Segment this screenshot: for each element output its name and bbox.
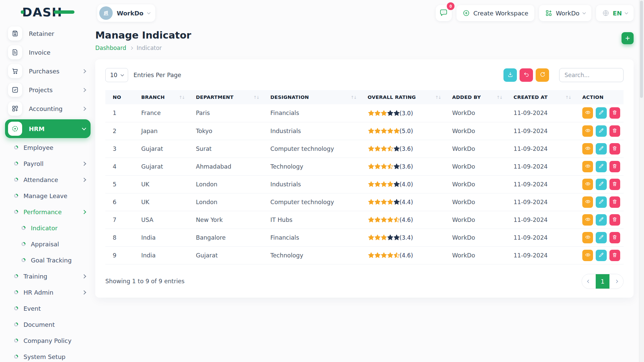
delete-button[interactable] (609, 232, 620, 243)
sidebar-item-projects[interactable]: Projects (5, 80, 91, 99)
cell-no: 5 (105, 175, 134, 193)
chevron-right-icon (82, 210, 86, 214)
delete-button[interactable] (609, 214, 620, 226)
cell-no: 6 (105, 193, 134, 211)
col-header-designation: DESIGNATION↑↓ (263, 90, 360, 104)
pencil-icon (598, 163, 604, 170)
view-button[interactable] (582, 179, 593, 190)
edit-button[interactable] (596, 179, 606, 190)
sidebar-item-company-policy[interactable]: Company Policy (0, 333, 91, 349)
language-menu-button[interactable]: EN (596, 5, 634, 21)
reset-button[interactable] (520, 68, 533, 82)
view-button[interactable] (582, 196, 593, 208)
sidebar-item-manage-leave[interactable]: Manage Leave (0, 188, 91, 204)
topbar-actions: 0 Create Workspace (436, 5, 634, 21)
sidebar-item-hr-admin[interactable]: HR Admin (0, 284, 91, 300)
star-half-icon (393, 216, 400, 223)
cell-department: Surat (189, 140, 263, 158)
sidebar-item-goal-tracking[interactable]: Goal Tracking (0, 252, 91, 268)
view-button[interactable] (582, 214, 593, 226)
brand-logo[interactable]: DASH (0, 0, 95, 24)
rating-value: (3.0) (399, 110, 413, 117)
invoice-icon (8, 45, 22, 59)
delete-button[interactable] (609, 143, 620, 155)
sidebar-item-appraisal[interactable]: Appraisal (0, 236, 91, 252)
sidebar-item-retainer[interactable]: Retainer (5, 24, 91, 43)
refresh-button[interactable] (536, 68, 549, 82)
sidebar-item-attendance[interactable]: Attendance (0, 172, 91, 188)
delete-button[interactable] (609, 196, 620, 208)
view-button[interactable] (582, 125, 593, 137)
view-button[interactable] (582, 232, 593, 243)
sort-icon[interactable]: ↑↓ (179, 95, 184, 100)
star-full-icon (393, 127, 400, 134)
sidebar-item-indicator[interactable]: Indicator (0, 220, 91, 236)
edit-button[interactable] (596, 143, 606, 155)
sidebar-item-performance[interactable]: Performance (0, 204, 91, 220)
edit-button[interactable] (596, 161, 606, 172)
pencil-icon (598, 145, 604, 152)
sort-icon[interactable]: ↑↓ (435, 95, 441, 100)
star-full-icon (387, 252, 394, 259)
entries-per-page-select[interactable]: 10 (105, 68, 128, 82)
edit-button[interactable] (596, 107, 606, 119)
sidebar-item-purchases[interactable]: Purchases (5, 62, 91, 80)
cell-branch: USA (134, 211, 189, 229)
view-button[interactable] (582, 107, 593, 119)
rating-value: (4.6) (399, 252, 413, 259)
edit-button[interactable] (596, 196, 606, 208)
cell-overall-rating: (3.4) (360, 229, 445, 246)
sidebar-item-invoice[interactable]: Invoice (5, 43, 91, 62)
add-indicator-button[interactable]: + (622, 32, 634, 44)
scrollbar-thumb[interactable] (640, 1, 643, 98)
view-button[interactable] (582, 143, 593, 155)
star-full-icon (387, 127, 394, 134)
sort-icon[interactable]: ↑↓ (565, 95, 571, 100)
view-button[interactable] (582, 161, 593, 172)
delete-button[interactable] (609, 250, 620, 261)
workspace-menu-button[interactable]: WorkDo (539, 5, 591, 21)
sidebar-item-accounting[interactable]: Accounting (5, 99, 91, 118)
sidebar-item-employee[interactable]: Employee (0, 139, 91, 156)
sidebar-item-system-setup[interactable]: System Setup (0, 349, 91, 362)
edit-button[interactable] (596, 214, 606, 226)
messages-button[interactable]: 0 (436, 5, 452, 21)
star-full-icon (380, 110, 387, 117)
star-full-icon (380, 145, 387, 152)
sidebar-item-document[interactable]: Document (0, 316, 91, 333)
next-page-button[interactable] (609, 274, 623, 289)
trash-icon (612, 181, 618, 188)
scrollbar[interactable] (639, 0, 644, 362)
sidebar-item-event[interactable]: Event (0, 300, 91, 316)
search-input[interactable] (559, 68, 624, 82)
delete-button[interactable] (609, 125, 620, 137)
sort-icon[interactable]: ↑↓ (253, 95, 259, 100)
workspace-switcher[interactable]: WorkDo (97, 4, 155, 22)
prev-page-button[interactable] (582, 274, 596, 289)
edit-button[interactable] (596, 232, 606, 243)
table-row: 8 India Bangalore Financials (3.4) WorkD… (105, 229, 624, 246)
cell-added-by: WorkDo (445, 211, 506, 229)
sort-icon[interactable]: ↑↓ (496, 95, 502, 100)
accounting-icon (8, 102, 22, 116)
sidebar-item-training[interactable]: Training (0, 268, 91, 284)
edit-button[interactable] (596, 250, 606, 261)
star-full-icon (374, 216, 381, 223)
delete-button[interactable] (609, 161, 620, 172)
delete-button[interactable] (609, 107, 620, 119)
sort-icon[interactable]: ↑↓ (351, 95, 356, 100)
delete-button[interactable] (609, 179, 620, 190)
cell-branch: Japan (134, 122, 189, 140)
export-button[interactable] (503, 68, 517, 82)
breadcrumb-dashboard[interactable]: Dashboard (95, 45, 126, 51)
view-button[interactable] (582, 250, 593, 261)
sidebar-item-hrm[interactable]: HRM (5, 119, 91, 138)
chevron-down-icon (82, 126, 86, 130)
chevron-left-icon (587, 280, 591, 283)
edit-button[interactable] (596, 125, 606, 137)
cell-action (575, 193, 624, 211)
star-full-icon (374, 163, 381, 170)
star-full-icon (368, 110, 375, 117)
create-workspace-button[interactable]: Create Workspace (457, 5, 534, 21)
sidebar-item-payroll[interactable]: Payroll (0, 156, 91, 172)
